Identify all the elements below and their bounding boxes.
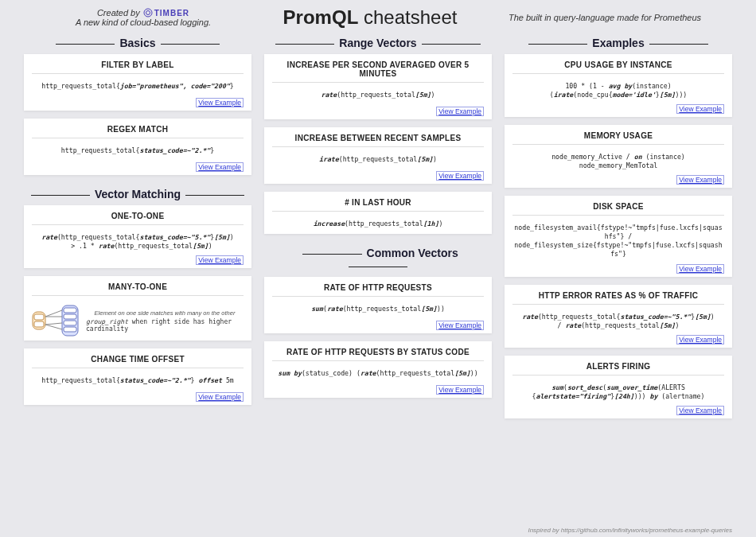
svg-line-12	[45, 323, 62, 325]
card: # IN LAST HOURincrease(http_requests_tot…	[264, 192, 492, 234]
card-title: REGEX MATCH	[32, 125, 244, 138]
card-code: sum(rate(http_requests_total[5m]))	[272, 305, 484, 316]
view-example-link[interactable]: View Example	[676, 406, 724, 415]
tagline: A new kind of cloud-based logging.	[32, 18, 255, 27]
card: MEMORY USAGEnode_memory_Active / on (ins…	[505, 125, 732, 188]
card-title: INCREASE BETWEEN RECENT SAMPLES	[272, 134, 484, 147]
card: MANY-TO-ONE Element on one side	[24, 276, 251, 340]
diagram-text: Element on one side matches with many on…	[86, 309, 244, 333]
columns: Basics FILTER BY LABELhttp_requests_tota…	[0, 32, 756, 537]
card: RATE OF HTTP REQUESTSsum(rate(http_reque…	[264, 277, 492, 333]
svg-rect-4	[34, 321, 44, 327]
section-vector-matching: Vector Matching	[24, 188, 251, 200]
view-example-link[interactable]: View Example	[676, 264, 724, 274]
section-common-vectors: Common Vectors	[264, 247, 492, 272]
card: REGEX MATCHhttp_requests_total{status_co…	[24, 119, 251, 175]
timber-logo: TIMBER	[143, 8, 189, 18]
view-example-link[interactable]: View Example	[436, 321, 484, 330]
card-title: ONE-TO-ONE	[32, 212, 244, 225]
card-code: http_requests_total{job="prometheus", co…	[32, 82, 244, 93]
card-title: MEMORY USAGE	[512, 131, 724, 145]
card: DISK SPACEnode_filesystem_avail{fstype!~…	[505, 196, 732, 276]
svg-rect-6	[64, 308, 76, 313]
section-range-vectors: Range Vectors	[264, 37, 492, 49]
svg-line-10	[45, 310, 62, 317]
svg-rect-3	[34, 314, 44, 320]
title-light: cheatsheet	[364, 6, 457, 28]
diagram-icon	[32, 304, 80, 337]
column-2: Range Vectors INCREASE PER SECOND AVERAG…	[264, 32, 492, 537]
card: ONE-TO-ONErate(http_requests_total{statu…	[24, 205, 251, 268]
card-title: HTTP ERROR RATES AS % OF TRAFFIC	[512, 291, 724, 305]
view-example-link[interactable]: View Example	[436, 385, 484, 395]
timber-icon	[143, 8, 153, 18]
header: Created by TIMBER A new kind of cloud-ba…	[0, 0, 756, 32]
svg-rect-9	[64, 327, 76, 332]
svg-point-0	[144, 9, 152, 17]
card-title: ALERTS FIRING	[512, 362, 724, 376]
many-to-one-diagram: Element on one side matches with many on…	[32, 304, 244, 337]
card-title: MANY-TO-ONE	[32, 282, 244, 296]
card: CPU USAGE BY INSTANCE100 * (1 - avg by(i…	[505, 54, 732, 117]
column-1: Basics FILTER BY LABELhttp_requests_tota…	[24, 32, 251, 537]
card-code: 100 * (1 - avg by(instance) (irate(node_…	[512, 82, 724, 99]
page-title: PromQL cheatsheet	[255, 6, 485, 29]
view-example-link[interactable]: View Example	[676, 175, 724, 185]
created-by-text: Created by	[97, 8, 140, 18]
svg-line-13	[45, 325, 62, 329]
view-example-link[interactable]: View Example	[196, 162, 244, 172]
card: RATE OF HTTP REQUESTS BY STATUS CODEsum …	[264, 341, 492, 398]
column-3: Examples CPU USAGE BY INSTANCE100 * (1 -…	[505, 32, 732, 537]
card: INCREASE PER SECOND AVERAGED OVER 5 MINU…	[264, 54, 492, 119]
view-example-link[interactable]: View Example	[196, 98, 244, 107]
card-code: irate(http_requests_total[5m])	[272, 155, 484, 166]
view-example-link[interactable]: View Example	[196, 255, 244, 265]
card: INCREASE BETWEEN RECENT SAMPLESirate(htt…	[264, 127, 492, 184]
svg-point-1	[146, 11, 150, 15]
card-code: rate(http_requests_total{status_code=~"5…	[32, 233, 244, 251]
header-right: The built in query-language made for Pro…	[485, 13, 724, 22]
card-title: DISK SPACE	[512, 202, 724, 216]
card: HTTP ERROR RATES AS % OF TRAFFICrate(htt…	[505, 285, 732, 348]
header-center: PromQL cheatsheet	[255, 6, 485, 29]
view-example-link[interactable]: View Example	[196, 392, 244, 402]
card-code: http_requests_total{status_code=~"2.*"} …	[32, 376, 244, 387]
view-example-link[interactable]: View Example	[676, 104, 724, 114]
footer-credit: Inspired by https://github.com/infinityw…	[528, 527, 732, 534]
view-example-link[interactable]: View Example	[436, 107, 484, 116]
card-title: RATE OF HTTP REQUESTS	[272, 283, 484, 297]
card: ALERTS FIRINGsum(sort_desc(sum_over_time…	[505, 356, 732, 418]
timber-brand-text: TIMBER	[154, 9, 189, 18]
card-code: rate(http_requests_total{status_code=~"5…	[512, 313, 724, 330]
card-title: INCREASE PER SECOND AVERAGED OVER 5 MINU…	[272, 60, 484, 83]
section-basics: Basics	[24, 37, 251, 49]
header-left: Created by TIMBER A new kind of cloud-ba…	[32, 8, 255, 27]
card: FILTER BY LABELhttp_requests_total{job="…	[24, 54, 251, 111]
card-title: FILTER BY LABEL	[32, 60, 244, 74]
card-code: rate(http_requests_total[5m])	[272, 91, 484, 102]
title-bold: PromQL	[283, 6, 359, 28]
card-code: sum(sort_desc(sum_over_time(ALERTS {aler…	[512, 383, 724, 401]
card-code: node_memory_Active / on (instance) node_…	[512, 153, 724, 170]
svg-rect-8	[64, 321, 76, 325]
card-title: CPU USAGE BY INSTANCE	[512, 60, 724, 74]
card-code: node_filesystem_avail{fstype!~"tmpfs|fus…	[512, 224, 724, 259]
card: CHANGE TIME OFFSEThttp_requests_total{st…	[24, 348, 251, 405]
card-title: CHANGE TIME OFFSET	[32, 355, 244, 368]
view-example-link[interactable]: View Example	[436, 171, 484, 181]
card-code: increase(http_requests_total[1h])	[272, 220, 484, 231]
card-code: sum by(status_code) (rate(http_requests_…	[272, 369, 484, 380]
view-example-link[interactable]: View Example	[676, 335, 724, 344]
card-code: http_requests_total{status_code=~"2.*"}	[32, 146, 244, 158]
card-title: # IN LAST HOUR	[272, 198, 484, 212]
card-title: RATE OF HTTP REQUESTS BY STATUS CODE	[272, 348, 484, 361]
section-examples: Examples	[505, 37, 732, 49]
svg-rect-7	[64, 314, 76, 319]
